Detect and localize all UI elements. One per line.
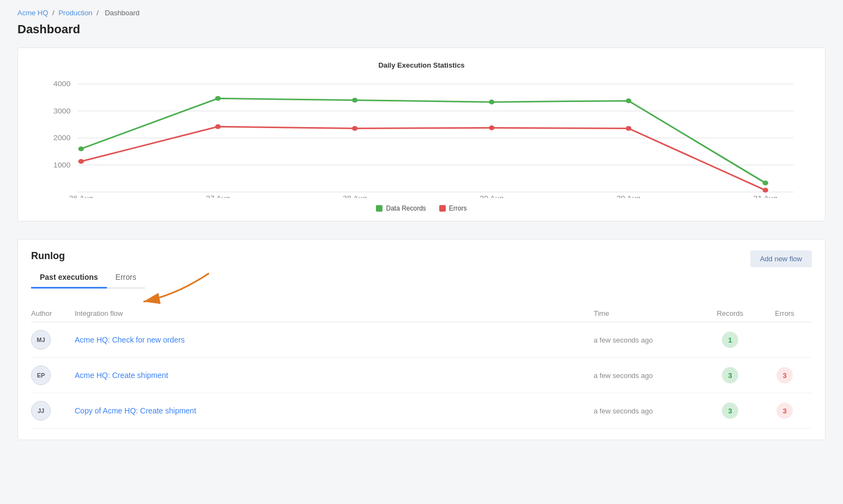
- svg-point-18: [489, 100, 494, 105]
- svg-point-26: [763, 188, 768, 193]
- author-cell: JJ: [31, 401, 75, 421]
- legend-label-records: Data Records: [386, 205, 426, 212]
- tab-errors[interactable]: Errors: [107, 268, 145, 289]
- svg-text:28 Aug: 28 Aug: [343, 195, 367, 198]
- breadcrumb-production[interactable]: Production: [58, 9, 92, 17]
- breadcrumb-current: Dashboard: [105, 9, 140, 17]
- svg-text:2000: 2000: [53, 134, 70, 142]
- flow-cell: Acme HQ: Create shipment: [75, 371, 594, 380]
- runlog-header: Runlog Past executions Errors Add new fl…: [31, 250, 812, 299]
- breadcrumb-acme-hq[interactable]: Acme HQ: [17, 9, 48, 17]
- page-title: Dashboard: [17, 22, 826, 37]
- col-errors: Errors: [757, 309, 812, 317]
- svg-text:3000: 3000: [53, 107, 70, 115]
- flow-cell: Acme HQ: Check for new orders: [75, 335, 594, 344]
- col-records: Records: [703, 309, 757, 317]
- legend-dot-records: [376, 205, 382, 212]
- records-badge: 1: [722, 332, 738, 348]
- records-badge: 3: [722, 367, 738, 383]
- avatar: EP: [31, 365, 51, 385]
- errors-badge: 3: [776, 367, 793, 383]
- runlog-title-area: Runlog Past executions Errors: [31, 250, 145, 299]
- flow-cell: Copy of Acme HQ: Create shipment: [75, 406, 594, 415]
- avatar: JJ: [31, 401, 51, 421]
- flow-link[interactable]: Acme HQ: Create shipment: [75, 371, 168, 380]
- svg-point-15: [78, 146, 83, 151]
- svg-point-16: [215, 96, 220, 101]
- svg-text:27 Aug: 27 Aug: [206, 195, 230, 198]
- chart-title: Daily Execution Statistics: [35, 61, 808, 69]
- breadcrumb: Acme HQ / Production / Dashboard: [17, 9, 826, 17]
- svg-point-17: [352, 98, 357, 103]
- records-cell: 3: [703, 367, 757, 383]
- records-cell: 3: [703, 403, 757, 419]
- svg-point-19: [626, 98, 631, 103]
- col-flow: Integration flow: [75, 309, 594, 317]
- svg-point-24: [489, 125, 494, 130]
- chart-card: Daily Execution Statistics 4000 3000 200…: [17, 47, 826, 221]
- tabs: Past executions Errors: [31, 268, 145, 289]
- svg-text:26 Aug: 26 Aug: [69, 195, 93, 198]
- runlog-section: Runlog Past executions Errors Add new fl…: [17, 239, 826, 440]
- avatar: MJ: [31, 330, 51, 350]
- legend-errors: Errors: [439, 205, 467, 212]
- author-cell: MJ: [31, 330, 75, 350]
- table-row: MJ Acme HQ: Check for new orders a few s…: [31, 322, 812, 358]
- svg-point-25: [626, 126, 631, 131]
- svg-point-22: [215, 124, 220, 129]
- tab-past-executions[interactable]: Past executions: [31, 268, 107, 289]
- flow-link[interactable]: Copy of Acme HQ: Create shipment: [75, 406, 196, 415]
- col-author: Author: [31, 309, 75, 317]
- errors-cell: 3: [757, 403, 812, 419]
- legend-label-errors: Errors: [449, 205, 467, 212]
- svg-text:29 Aug: 29 Aug: [480, 195, 504, 198]
- svg-text:1000: 1000: [53, 161, 70, 169]
- svg-text:4000: 4000: [53, 80, 70, 88]
- table-header: Author Integration flow Time Records Err…: [31, 306, 812, 322]
- col-time: Time: [594, 309, 703, 317]
- time-cell: a few seconds ago: [594, 371, 703, 380]
- records-cell: 1: [703, 332, 757, 348]
- legend-dot-errors: [439, 205, 446, 212]
- legend-data-records: Data Records: [376, 205, 426, 212]
- svg-point-21: [78, 159, 83, 164]
- flow-link[interactable]: Acme HQ: Check for new orders: [75, 335, 185, 344]
- svg-text:31 Aug: 31 Aug: [754, 195, 778, 198]
- errors-badge: 3: [776, 403, 793, 419]
- chart-area: 4000 3000 2000 1000 26 Aug 27 Aug 28 Aug…: [35, 78, 808, 198]
- svg-point-20: [763, 181, 768, 185]
- chart-svg: 4000 3000 2000 1000 26 Aug 27 Aug 28 Aug…: [35, 78, 808, 198]
- records-badge: 3: [722, 403, 738, 419]
- time-text: a few seconds ago: [594, 371, 653, 380]
- time-cell: a few seconds ago: [594, 335, 703, 344]
- chart-legend: Data Records Errors: [35, 205, 808, 212]
- svg-point-23: [352, 126, 357, 131]
- errors-cell: 3: [757, 367, 812, 383]
- table-row: JJ Copy of Acme HQ: Create shipment a fe…: [31, 393, 812, 429]
- add-new-flow-button[interactable]: Add new flow: [750, 250, 812, 267]
- time-text: a few seconds ago: [594, 407, 653, 415]
- table-row: EP Acme HQ: Create shipment a few second…: [31, 358, 812, 393]
- time-text: a few seconds ago: [594, 336, 653, 344]
- time-cell: a few seconds ago: [594, 406, 703, 415]
- svg-text:30 Aug: 30 Aug: [617, 195, 641, 198]
- runlog-title: Runlog: [31, 250, 145, 262]
- author-cell: EP: [31, 365, 75, 385]
